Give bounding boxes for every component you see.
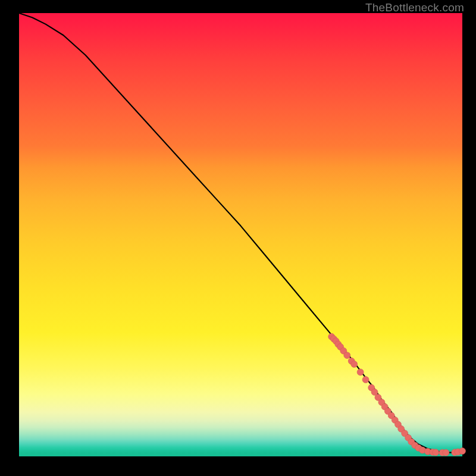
data-marker xyxy=(362,377,369,383)
chart-svg xyxy=(19,13,462,456)
curve-markers xyxy=(328,333,466,456)
data-marker xyxy=(357,369,364,375)
data-marker xyxy=(443,449,449,456)
bottleneck-curve xyxy=(19,13,462,453)
chart-stage: TheBottleneck.com xyxy=(0,0,476,476)
data-marker xyxy=(344,352,350,359)
data-marker xyxy=(351,361,358,368)
data-marker xyxy=(433,449,439,456)
data-marker xyxy=(459,448,466,455)
attribution-text: TheBottleneck.com xyxy=(365,1,464,14)
